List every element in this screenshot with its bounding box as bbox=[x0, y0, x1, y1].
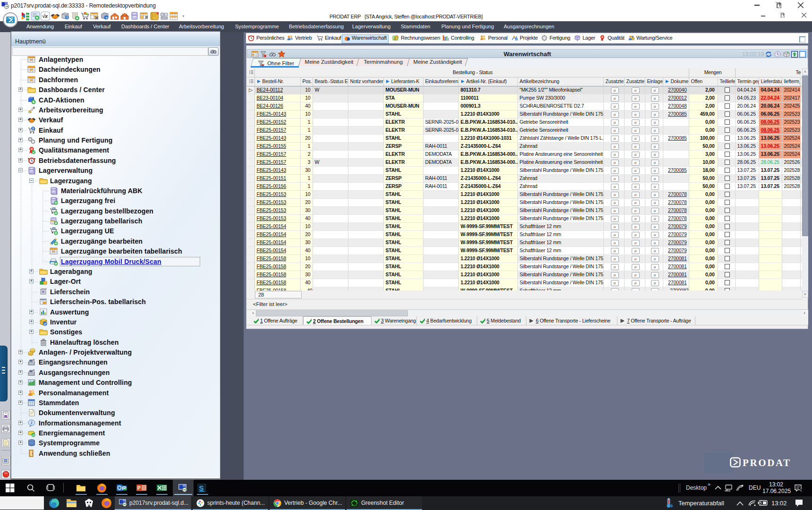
svg-text:?: ? bbox=[66, 16, 68, 19]
svg-text:PRODAT: PRODAT bbox=[743, 457, 791, 468]
svg-text:S: S bbox=[199, 484, 204, 492]
svg-text:P: P bbox=[137, 485, 141, 491]
svg-text:?: ? bbox=[105, 16, 108, 20]
svg-text:√x: √x bbox=[42, 13, 48, 19]
